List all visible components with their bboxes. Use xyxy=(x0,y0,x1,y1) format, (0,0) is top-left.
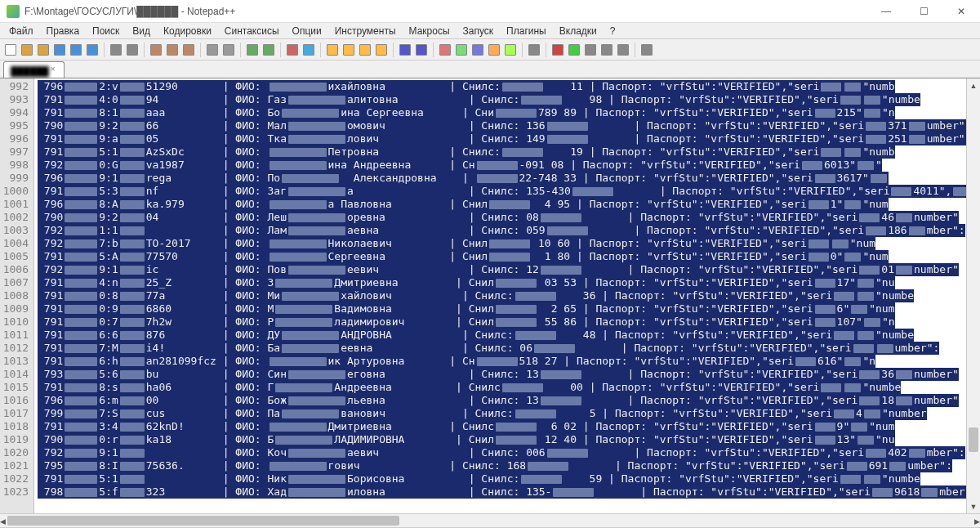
file-tab[interactable]: ██████ × xyxy=(3,61,65,78)
toolbar-button-7[interactable] xyxy=(109,43,123,57)
editor[interactable]: 9929939949959969979989991000100110021003… xyxy=(0,78,980,513)
text-line[interactable]: 7985:f323 | ФИО: Хадиловна | Снилс: 135-… xyxy=(38,485,980,499)
tab-close-icon[interactable]: × xyxy=(51,65,60,74)
text-line[interactable]: 7929:1ic | ФИО: Повеевич | Снилс: 12 | П… xyxy=(38,263,980,276)
toolbar-button-3[interactable] xyxy=(52,43,67,57)
scroll-thumb[interactable] xyxy=(969,427,978,452)
titlebar: F:\Montage\ГОСУСЛУГИ\██████ - Notepad++ … xyxy=(0,0,980,23)
text-line[interactable]: 7935:6bu | ФИО: Синеговна | Снилс: 13 | … xyxy=(38,368,980,381)
text-line[interactable]: 7910:77h2w | ФИО: Рладимирович | Снил 55… xyxy=(38,315,980,329)
menu-кодировки[interactable]: Кодировки xyxy=(158,24,217,38)
text-line[interactable]: 7913:462knD! | ФИО: Дмитриевна | Снилс 6… xyxy=(38,420,980,433)
toolbar-button-0[interactable] xyxy=(3,43,18,57)
menu-инструменты[interactable]: Инструменты xyxy=(329,24,402,38)
toolbar-button-2[interactable] xyxy=(36,43,51,57)
menu-макросы[interactable]: Макросы xyxy=(403,24,456,38)
text-line[interactable]: 7920:Gva1987 | ФИО: ина Андреевна | Сн-0… xyxy=(38,159,980,172)
text-line[interactable]: 7918:sha06 | ФИО: ГАндреевна | Снилс 00 … xyxy=(38,381,980,394)
text-line[interactable]: 7914:094 | ФИО: Газалитовна | Снилс: 98 … xyxy=(38,93,980,106)
menu-запуск[interactable]: Запуск xyxy=(457,24,500,38)
menu-вид[interactable]: Вид xyxy=(127,24,156,38)
scroll-up-icon[interactable]: ▲ xyxy=(967,78,980,92)
menu-синтаксисы[interactable]: Синтаксисы xyxy=(219,24,285,38)
toolbar-button-45[interactable] xyxy=(639,43,654,57)
toolbar-button-39[interactable] xyxy=(550,43,565,57)
menu-плагины[interactable]: Плагины xyxy=(501,24,552,38)
toolbar-button-40[interactable] xyxy=(567,43,581,57)
menu-?[interactable]: ? xyxy=(604,24,621,38)
line-number-gutter: 9929939949959969979989991000100110021003… xyxy=(0,78,34,513)
text-line[interactable]: 7919:a05 | ФИО: Ткалович | Снилс: 149 | … xyxy=(38,132,980,145)
toolbar-button-32[interactable] xyxy=(454,43,469,57)
toolbar-button-21[interactable] xyxy=(301,43,316,57)
scroll-left-icon[interactable]: ◀ xyxy=(0,514,6,528)
toolbar-button-42[interactable] xyxy=(599,43,614,57)
menu-поиск[interactable]: Поиск xyxy=(87,24,125,38)
toolbar-button-1[interactable] xyxy=(20,43,34,57)
text-line[interactable]: 7917:Mi4! | ФИО: Баеевна | Снилс: 06 | П… xyxy=(38,342,980,355)
toolbar-button-28[interactable] xyxy=(398,43,412,57)
text-line[interactable]: 7958:I75636. | ФИО: гович | Снилс: 168 |… xyxy=(38,459,980,472)
toolbar-button-8[interactable] xyxy=(125,43,140,57)
window-title: F:\Montage\ГОСУСЛУГИ\██████ - Notepad++ xyxy=(24,6,235,17)
text-line[interactable]: 7929:1 | ФИО: Кочаевич | Снилс: 006 | Па… xyxy=(38,446,980,459)
text-line[interactable]: 7915:A77570 | ФИО: Сергеевна | Снил 1 80… xyxy=(38,250,980,263)
text-line[interactable]: 7921:1 | ФИО: Ламаевна | Снилс: 059 | Па… xyxy=(38,224,980,237)
toolbar-button-43[interactable] xyxy=(616,43,630,57)
text-line[interactable]: 7927:bТО-2017 | ФИО: Николаевич | Снил 1… xyxy=(38,237,980,250)
toolbar-button-12[interactable] xyxy=(181,43,196,57)
text-line[interactable]: 7966:m00 | ФИО: Божльевна | Снилс: 13 | … xyxy=(38,394,980,407)
text-line[interactable]: 7915:1 | ФИО: НикБорисовна | Снилс: 59 |… xyxy=(38,472,980,485)
text-line[interactable]: 7910:96860 | ФИО: МВадимовна | Снил 2 65… xyxy=(38,302,980,315)
toolbar-button-24[interactable] xyxy=(341,43,356,57)
text-line[interactable]: 7900:rka18 | ФИО: БЛАДИМИРОВНА | Снил 12… xyxy=(38,433,980,446)
toolbar-button-18[interactable] xyxy=(261,43,276,57)
horizontal-scrollbar[interactable]: ◀ ▶ xyxy=(0,513,980,527)
toolbar-button-4[interactable] xyxy=(69,43,83,57)
menubar: ФайлПравкаПоискВидКодировкиСинтаксисыОпц… xyxy=(0,23,980,39)
toolbar-button-31[interactable] xyxy=(438,43,452,57)
menu-вкладки[interactable]: Вкладки xyxy=(554,24,603,38)
text-line[interactable]: 7916:6876 | ФИО: ДУАНДРОВНА | Снилс: 48 … xyxy=(38,329,980,342)
text-line[interactable]: 7915:3nf | ФИО: Зага | Снилс: 135-430 | … xyxy=(38,185,980,198)
text-line[interactable]: 7918:1aaa | ФИО: Боина Сергеевна | Сни78… xyxy=(38,106,980,119)
toolbar-button-5[interactable] xyxy=(85,43,100,57)
toolbar-button-26[interactable] xyxy=(374,43,389,57)
menu-опции[interactable]: Опции xyxy=(287,24,327,38)
toolbar-button-29[interactable] xyxy=(414,43,429,57)
toolbar-button-34[interactable] xyxy=(487,43,501,57)
toolbar-button-33[interactable] xyxy=(470,43,485,57)
toolbar-button-20[interactable] xyxy=(285,43,300,57)
text-line[interactable]: 7962:v51290 | ФИО: ихайловна | Снилс: 11… xyxy=(38,80,980,93)
toolbar-button-17[interactable] xyxy=(245,43,260,57)
menu-файл[interactable]: Файл xyxy=(3,24,39,38)
toolbar-button-37[interactable] xyxy=(527,43,541,57)
maximize-button[interactable]: ☐ xyxy=(905,0,942,23)
text-line[interactable]: 7969:1rega | ФИО: По Александровна | 22-… xyxy=(38,172,980,185)
toolbar-button-10[interactable] xyxy=(149,43,163,57)
text-line[interactable]: 7997:Scus | ФИО: Паванович | Снилс: 5 | … xyxy=(38,407,980,420)
text-line[interactable]: 7915:1AzSxDc | ФИО: Петровна | Снилс: 19… xyxy=(38,145,980,159)
toolbar-button-14[interactable] xyxy=(205,43,220,57)
text-line[interactable]: 7914:n25_Z | ФИО: ЗДмитриевна | Снил 03 … xyxy=(38,276,980,289)
vertical-scrollbar[interactable]: ▲ ▼ xyxy=(966,78,980,513)
minimize-button[interactable]: — xyxy=(867,0,905,23)
scroll-thumb[interactable] xyxy=(7,516,399,526)
menu-правка[interactable]: Правка xyxy=(41,24,86,38)
text-line[interactable]: 7909:266 | ФИО: Маломович | Снилс: 136 |… xyxy=(38,119,980,132)
toolbar-button-41[interactable] xyxy=(583,43,598,57)
toolbar-button-23[interactable] xyxy=(325,43,340,57)
toolbar-button-11[interactable] xyxy=(165,43,180,57)
toolbar xyxy=(0,39,980,60)
text-area[interactable]: 7962:v51290 | ФИО: ихайловна | Снилс: 11… xyxy=(34,78,980,513)
toolbar-button-25[interactable] xyxy=(358,43,372,57)
text-line[interactable]: 7909:204 | ФИО: Лешоревна | Снилс: 08 | … xyxy=(38,211,980,224)
scroll-right-icon[interactable]: ▶ xyxy=(974,514,980,528)
toolbar-button-15[interactable] xyxy=(221,43,236,57)
scroll-down-icon[interactable]: ▼ xyxy=(967,499,980,513)
close-button[interactable]: ✕ xyxy=(942,0,980,23)
text-line[interactable]: 7968:Aka.979 | ФИО: а Павловна | Снил 4 … xyxy=(38,198,980,211)
text-line[interactable]: 7916:han281099fcz | ФИО: ик Артуровна | … xyxy=(38,355,980,368)
toolbar-button-35[interactable] xyxy=(503,43,518,57)
text-line[interactable]: 7910:877а | ФИО: Михайлович | Снилс: 36 … xyxy=(38,289,980,302)
